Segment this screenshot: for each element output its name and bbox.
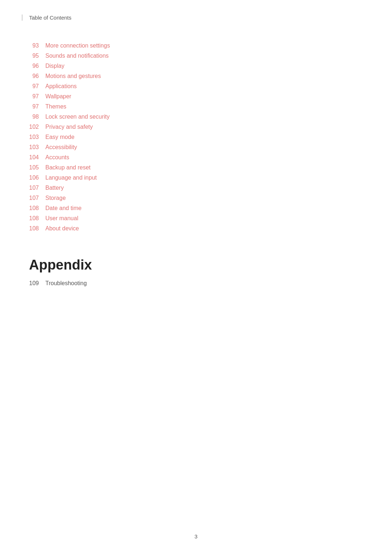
- appendix-list: 109Troubleshooting: [29, 280, 370, 287]
- toc-entry-text[interactable]: Themes: [45, 103, 66, 110]
- toc-item: 97Applications: [29, 83, 370, 90]
- toc-item: 108Date and time: [29, 205, 370, 212]
- toc-item: 104Accounts: [29, 154, 370, 161]
- toc-page-number: 105: [29, 164, 45, 171]
- toc-item: 105Backup and reset: [29, 164, 370, 171]
- toc-entry-text[interactable]: Motions and gestures: [45, 73, 101, 79]
- toc-entry-text[interactable]: Battery: [45, 185, 64, 191]
- toc-entry-text[interactable]: About device: [45, 225, 79, 232]
- appendix-page-number: 109: [29, 280, 45, 287]
- toc-page-number: 108: [29, 205, 45, 212]
- toc-entry-text[interactable]: Wallpaper: [45, 93, 71, 100]
- toc-entry-text[interactable]: More connection settings: [45, 42, 110, 49]
- toc-page-number: 96: [29, 63, 45, 69]
- toc-entry-text[interactable]: User manual: [45, 215, 78, 222]
- page-container: Table of Contents 93More connection sett…: [0, 0, 392, 554]
- toc-item: 96Display: [29, 63, 370, 69]
- toc-item: 98Lock screen and security: [29, 114, 370, 120]
- toc-entry-text[interactable]: Backup and reset: [45, 164, 91, 171]
- toc-page-number: 102: [29, 124, 45, 130]
- toc-item: 96Motions and gestures: [29, 73, 370, 79]
- toc-item: 107Battery: [29, 185, 370, 191]
- toc-item: 103Accessibility: [29, 144, 370, 151]
- toc-entry-text[interactable]: Easy mode: [45, 134, 74, 140]
- toc-page-number: 108: [29, 215, 45, 222]
- toc-entry-text[interactable]: Accounts: [45, 154, 69, 161]
- toc-entry-text[interactable]: Storage: [45, 195, 66, 201]
- toc-item: 108User manual: [29, 215, 370, 222]
- toc-entry-text[interactable]: Sounds and notifications: [45, 53, 109, 59]
- toc-page-number: 107: [29, 195, 45, 201]
- toc-page-number: 93: [29, 42, 45, 49]
- toc-item: 95Sounds and notifications: [29, 53, 370, 59]
- toc-entry-text[interactable]: Applications: [45, 83, 77, 90]
- toc-page-number: 97: [29, 93, 45, 100]
- toc-item: 106Language and input: [29, 175, 370, 181]
- appendix-entry-text[interactable]: Troubleshooting: [45, 280, 87, 287]
- toc-entry-text[interactable]: Privacy and safety: [45, 124, 93, 130]
- toc-item: 93More connection settings: [29, 42, 370, 49]
- toc-item: 102Privacy and safety: [29, 124, 370, 130]
- appendix-item: 109Troubleshooting: [29, 280, 370, 287]
- toc-page-number: 97: [29, 83, 45, 90]
- page-number: 3: [195, 533, 197, 539]
- toc-item: 108About device: [29, 225, 370, 232]
- toc-entry-text[interactable]: Date and time: [45, 205, 82, 212]
- header-title: Table of Contents: [26, 15, 72, 21]
- header-section: Table of Contents: [22, 15, 370, 21]
- toc-page-number: 96: [29, 73, 45, 79]
- toc-page-number: 97: [29, 103, 45, 110]
- toc-entry-text[interactable]: Accessibility: [45, 144, 77, 151]
- toc-page-number: 107: [29, 185, 45, 191]
- page-number-footer: 3: [0, 533, 392, 539]
- toc-item: 97Wallpaper: [29, 93, 370, 100]
- toc-page-number: 103: [29, 134, 45, 140]
- toc-page-number: 103: [29, 144, 45, 151]
- toc-item: 107Storage: [29, 195, 370, 201]
- appendix-title: Appendix: [29, 257, 370, 273]
- toc-entry-text[interactable]: Lock screen and security: [45, 114, 110, 120]
- toc-page-number: 95: [29, 53, 45, 59]
- toc-entry-text[interactable]: Display: [45, 63, 64, 69]
- appendix-section: Appendix 109Troubleshooting: [22, 257, 370, 287]
- toc-item: 103Easy mode: [29, 134, 370, 140]
- toc-page-number: 98: [29, 114, 45, 120]
- toc-page-number: 104: [29, 154, 45, 161]
- toc-page-number: 108: [29, 225, 45, 232]
- toc-entry-text[interactable]: Language and input: [45, 175, 97, 181]
- toc-page-number: 106: [29, 175, 45, 181]
- toc-item: 97Themes: [29, 103, 370, 110]
- toc-list: 93More connection settings95Sounds and n…: [22, 42, 370, 232]
